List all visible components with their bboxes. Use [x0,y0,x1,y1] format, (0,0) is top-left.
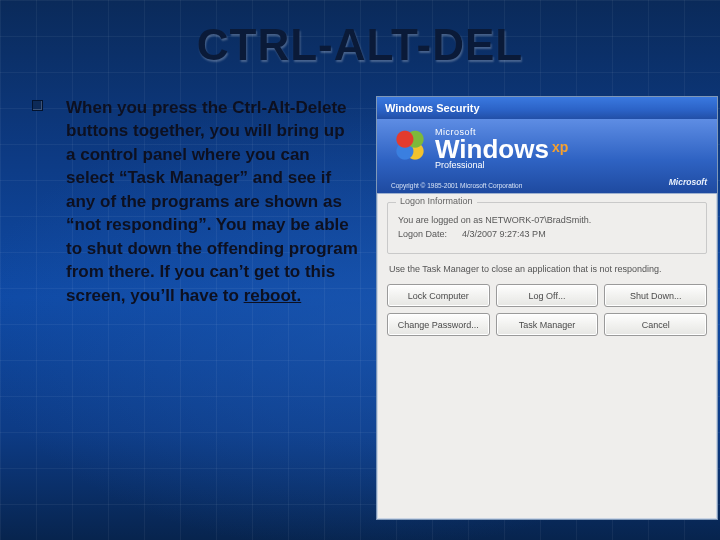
windows-wordmark: Microsoft Windowsxp Professional [435,127,568,170]
body-text-reboot: reboot. [244,286,302,305]
dialog-banner: Microsoft Windowsxp Professional Copyrig… [377,119,717,194]
group-legend: Logon Information [396,196,477,206]
figure-column: Windows Security Microsoft Windowsxp Pro… [376,96,718,520]
change-password-button[interactable]: Change Password... [387,313,490,336]
logon-information-group: Logon Information You are logged on as N… [387,202,707,254]
shut-down-button[interactable]: Shut Down... [604,284,707,307]
logon-date-value: 4/3/2007 9:27:43 PM [462,229,546,239]
logon-user-value: NETWORK-07\BradSmith. [485,215,591,225]
logon-user-label: You are logged on as [398,215,485,225]
button-row-1: Lock Computer Log Off... Shut Down... [387,284,707,307]
dialog-titlebar: Windows Security [377,97,717,119]
windows-security-dialog: Windows Security Microsoft Windowsxp Pro… [376,96,718,520]
logon-date-line: Logon Date: 4/3/2007 9:27:43 PM [398,229,696,239]
body-text-main: When you press the Ctrl-Alt-Delete butto… [66,98,358,305]
cancel-button[interactable]: Cancel [604,313,707,336]
button-row-2: Change Password... Task Manager Cancel [387,313,707,336]
banner-copyright: Copyright © 1985-2001 Microsoft Corporat… [391,182,522,189]
bullet-icon [32,100,43,111]
slide-content: When you press the Ctrl-Alt-Delete butto… [32,96,700,520]
task-manager-button[interactable]: Task Manager [496,313,599,336]
body-text: When you press the Ctrl-Alt-Delete butto… [66,96,358,520]
wordmark-xp: xp [552,139,568,155]
windows-logo-icon [393,129,427,163]
lock-computer-button[interactable]: Lock Computer [387,284,490,307]
logon-user-line: You are logged on as NETWORK-07\BradSmit… [398,215,696,225]
logon-date-label: Logon Date: [398,229,447,239]
banner-microsoft-right: Microsoft [669,177,707,187]
log-off-button[interactable]: Log Off... [496,284,599,307]
task-manager-note: Use the Task Manager to close an applica… [389,264,705,274]
dialog-body: Logon Information You are logged on as N… [377,194,717,346]
bullet-column [32,96,48,520]
slide-title: CTRL-ALT-DEL [0,20,720,70]
